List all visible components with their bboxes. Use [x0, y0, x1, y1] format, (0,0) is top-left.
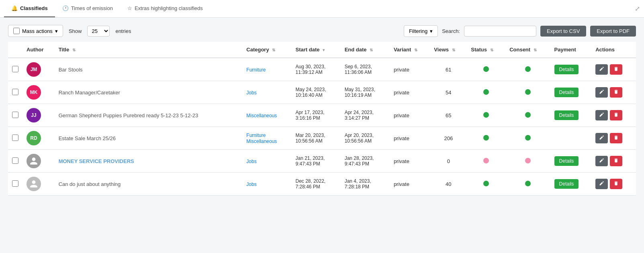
tab-extras-highlighting[interactable]: ☆ Extras highlighting classifieds	[120, 0, 210, 17]
top-nav: 🔔 Classifieds 🕐 Times of emission ☆ Extr…	[0, 0, 644, 18]
tab-times-label: Times of emission	[71, 5, 113, 11]
row-checkbox-5[interactable]	[12, 180, 18, 187]
filtering-button[interactable]: Filtering ▾	[404, 25, 438, 37]
category-link-1[interactable]: Jobs	[246, 90, 256, 96]
header-end-date[interactable]: End date ⇅	[341, 42, 390, 58]
header-title[interactable]: Title ⇅	[55, 42, 243, 58]
tab-classifieds[interactable]: 🔔 Classifieds	[4, 0, 55, 17]
end-date-3: Apr 20, 2023,10:56:56 AM	[345, 133, 374, 144]
show-label: Show	[69, 28, 82, 34]
row-checkbox-4[interactable]	[12, 157, 18, 164]
delete-button-2[interactable]	[610, 110, 622, 120]
category-link-0[interactable]: Furniture	[246, 67, 266, 73]
category-link-4[interactable]: Jobs	[246, 159, 256, 164]
row-checkbox-0[interactable]	[12, 66, 18, 72]
end-date-5: Jan 4, 2023,7:28:18 PM	[345, 178, 371, 190]
variant-cell-5: private	[390, 173, 430, 196]
actions-cell-3	[591, 127, 636, 150]
actions-cell-5	[591, 173, 636, 196]
edit-button-1[interactable]	[595, 87, 608, 98]
header-consent[interactable]: Consent ⇅	[505, 42, 550, 58]
details-button-0[interactable]: Details	[554, 65, 579, 74]
category-cell-2: Miscellaneous	[242, 104, 291, 127]
entries-select[interactable]: 25 50 100	[87, 26, 110, 37]
start-date-cell-0: Aug 30, 2023,11:39:12 AM	[291, 58, 340, 81]
avatar-3: RD	[27, 131, 41, 145]
header-category[interactable]: Category ⇅	[242, 42, 291, 58]
table-row: JJGerman Shepherd Puppies Purebred ready…	[8, 104, 636, 127]
delete-button-5[interactable]	[610, 179, 622, 189]
status-cell-5	[467, 173, 505, 196]
title-cell-3: Estate Sale March 25/26	[55, 127, 243, 150]
category-link-2[interactable]: Miscellaneous	[246, 113, 277, 118]
classifieds-table: Author Title ⇅ Category ⇅ Start date ▾	[8, 42, 636, 196]
delete-button-0[interactable]	[610, 64, 622, 75]
delete-button-3[interactable]	[610, 133, 622, 143]
row-checkbox-2[interactable]	[12, 112, 18, 118]
search-input[interactable]	[464, 26, 536, 37]
delete-button-1[interactable]	[610, 87, 622, 98]
mass-actions-arrow-icon: ▾	[55, 28, 58, 34]
end-date-cell-2: Apr 24, 2023,3:14:27 PM	[341, 104, 390, 127]
entries-label: entries	[115, 28, 131, 34]
payment-cell-0: Details	[550, 58, 592, 81]
details-button-2[interactable]: Details	[554, 110, 579, 120]
start-date-sort-icon: ▾	[323, 48, 325, 52]
start-date-0: Aug 30, 2023,11:39:12 AM	[295, 64, 325, 75]
header-status[interactable]: Status ⇅	[467, 42, 505, 58]
category-cell-4: Jobs	[242, 150, 291, 173]
avatar-1: MK	[27, 85, 41, 100]
variant-0: private	[394, 67, 409, 73]
views-cell-0: 61	[430, 58, 467, 81]
edit-button-3[interactable]	[595, 133, 608, 143]
row-title-5: Can do just about anything	[59, 181, 121, 187]
tab-times-of-emission[interactable]: 🕐 Times of emission	[55, 0, 120, 17]
actions-cell-0	[591, 58, 636, 81]
expand-icon[interactable]: ⤢	[635, 5, 640, 12]
end-date-cell-5: Jan 4, 2023,7:28:18 PM	[341, 173, 390, 196]
edit-button-4[interactable]	[595, 156, 608, 166]
row-checkbox-1[interactable]	[12, 89, 18, 95]
views-0: 61	[446, 67, 451, 73]
category-cell-1: Jobs	[242, 81, 291, 104]
row-checkbox-3[interactable]	[12, 135, 18, 141]
edit-button-5[interactable]	[595, 179, 608, 189]
header-variant[interactable]: Variant ⇅	[390, 42, 430, 58]
category-link-5[interactable]: Jobs	[246, 182, 256, 187]
table-row: MKRanch Manager/CaretakerJobsMay 24, 202…	[8, 81, 636, 104]
end-date-sort-icon: ⇅	[370, 48, 373, 52]
filtering-label: Filtering	[409, 28, 427, 34]
export-pdf-button[interactable]: Export to PDF	[590, 26, 636, 37]
export-csv-button[interactable]: Export to CSV	[540, 26, 586, 37]
start-date-1: May 24, 2023,10:16:40 AM	[295, 87, 326, 98]
edit-button-0[interactable]	[595, 64, 608, 75]
megaphone-icon: 🔔	[11, 5, 18, 11]
mass-actions-checkbox[interactable]	[13, 28, 20, 34]
header-views[interactable]: Views ⇅	[430, 42, 467, 58]
header-author: Author	[22, 42, 55, 58]
details-button-5[interactable]: Details	[554, 179, 579, 189]
details-button-1[interactable]: Details	[554, 88, 579, 97]
status-cell-3	[467, 127, 505, 150]
variant-cell-1: private	[390, 81, 430, 104]
consent-dot-4	[525, 158, 531, 163]
start-date-cell-4: Jan 21, 2023,9:47:43 PM	[291, 150, 340, 173]
header-start-date[interactable]: Start date ▾	[291, 42, 340, 58]
end-date-cell-4: Jan 28, 2023,9:47:43 PM	[341, 150, 390, 173]
variant-1: private	[394, 90, 409, 96]
toolbar-left: Mass actions ▾ Show 25 50 100 entries	[8, 25, 131, 37]
end-date-4: Jan 28, 2023,9:47:43 PM	[345, 155, 374, 167]
delete-button-4[interactable]	[610, 156, 622, 166]
end-date-cell-3: Apr 20, 2023,10:56:56 AM	[341, 127, 390, 150]
header-checkbox-cell	[8, 42, 22, 58]
category-link-3[interactable]: Miscellaneous	[246, 139, 277, 144]
views-3: 206	[444, 135, 453, 141]
mass-actions-button[interactable]: Mass actions ▾	[8, 25, 63, 37]
edit-button-2[interactable]	[595, 110, 608, 120]
views-5: 40	[446, 181, 451, 187]
category-link-3[interactable]: Furniture	[246, 133, 266, 138]
toolbar-right: Filtering ▾ Search: Export to CSV Export…	[404, 25, 636, 37]
payment-cell-5: Details	[550, 173, 592, 196]
details-button-4[interactable]: Details	[554, 156, 579, 166]
end-date-1: May 31, 2023,10:16:19 AM	[345, 87, 375, 98]
